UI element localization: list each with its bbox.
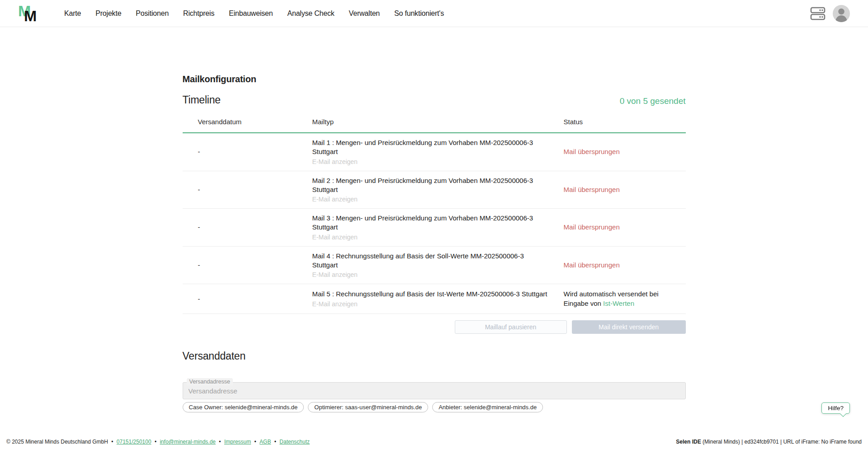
status-text: Mail übersprungen — [564, 261, 620, 269]
footer-link-datenschutz[interactable]: Datenschutz — [279, 439, 310, 445]
cell-mailtyp: Mail 3 : Mengen- und Preisrückmeldung zu… — [305, 209, 557, 247]
recipient-chip: Case Owner: selenide@mineral-minds.de — [183, 402, 304, 412]
app-logo[interactable]: M M — [18, 2, 43, 25]
logo-letter-black: M — [24, 8, 36, 23]
timeline-row: -Mail 5 : Rechnungsstellung auf Basis de… — [183, 284, 686, 314]
email-anzeigen-link[interactable]: E-Mail anzeigen — [312, 300, 358, 308]
footer-left: © 2025 Mineral Minds Deutschland GmbH • … — [6, 439, 310, 445]
timeline-heading: Timeline — [183, 94, 221, 106]
versandadresse-field: Versandadresse — [183, 382, 686, 399]
column-header-versanddatum: Versanddatum — [183, 112, 305, 133]
help-button[interactable]: Hilfe? — [821, 402, 850, 414]
cell-versanddatum: - — [183, 246, 305, 284]
nav-item-analyse-check[interactable]: Analyse Check — [287, 9, 334, 18]
footer-separator: • — [217, 439, 222, 445]
timeline-row: -Mail 3 : Mengen- und Preisrückmeldung z… — [183, 209, 686, 247]
app-header: M M KarteProjektePositionenRichtpreisEin… — [0, 0, 868, 27]
column-header-mailtyp: Mailtyp — [305, 112, 557, 133]
footer-link-impressum[interactable]: Impressum — [224, 439, 251, 445]
email-anzeigen-link[interactable]: E-Mail anzeigen — [312, 234, 358, 241]
versandadresse-input[interactable] — [183, 382, 686, 399]
footer-separator: • — [253, 439, 258, 445]
ist-werten-link[interactable]: Ist-Werten — [603, 299, 634, 307]
timeline-row: -Mail 4 : Rechnungsstellung auf Basis de… — [183, 246, 686, 284]
mailtyp-text: Mail 5 : Rechnungsstellung auf Basis der… — [312, 290, 549, 299]
app-footer: © 2025 Mineral Minds Deutschland GmbH • … — [0, 435, 868, 449]
cell-status: Wird automatisch versendet bei Eingabe v… — [557, 284, 686, 314]
email-anzeigen-link[interactable]: E-Mail anzeigen — [312, 271, 358, 278]
mailtyp-text: Mail 3 : Mengen- und Preisrückmeldung zu… — [312, 214, 549, 232]
recipient-chips: Case Owner: selenide@mineral-minds.deOpt… — [183, 402, 686, 412]
nav-item-einbauweisen[interactable]: Einbauweisen — [229, 9, 273, 18]
status-text: Mail übersprungen — [564, 186, 620, 193]
footer-ide-name: Selen IDE — [676, 439, 701, 445]
user-avatar[interactable] — [833, 5, 850, 22]
footer-separator: • — [153, 439, 158, 445]
cell-status: Mail übersprungen — [557, 246, 686, 284]
footer-link-07151-250100[interactable]: 07151/250100 — [117, 439, 151, 445]
cell-versanddatum: - — [183, 133, 305, 171]
cell-versanddatum: - — [183, 209, 305, 247]
cell-mailtyp: Mail 4 : Rechnungsstellung auf Basis der… — [305, 246, 557, 284]
header-actions — [810, 5, 850, 22]
send-mail-direct-button[interactable]: Mail direkt versenden — [572, 320, 686, 334]
cell-status: Mail übersprungen — [557, 209, 686, 247]
timeline-row: -Mail 1 : Mengen- und Preisrückmeldung z… — [183, 133, 686, 171]
mailtyp-text: Mail 4 : Rechnungsstellung auf Basis der… — [312, 252, 549, 270]
mailtyp-text: Mail 1 : Mengen- und Preisrückmeldung zu… — [312, 138, 549, 157]
column-header-status: Status — [557, 112, 686, 133]
cell-mailtyp: Mail 1 : Mengen- und Preisrückmeldung zu… — [305, 133, 557, 171]
main-content: Mailkonfiguration Timeline 0 von 5 gesen… — [183, 27, 686, 449]
email-anzeigen-link[interactable]: E-Mail anzeigen — [312, 158, 358, 165]
nav-item-projekte[interactable]: Projekte — [95, 9, 121, 18]
pause-mail-button[interactable]: Maillauf pausieren — [455, 320, 567, 334]
versandadresse-label: Versandadresse — [187, 378, 233, 385]
footer-separator: • — [273, 439, 278, 445]
footer-separator: • — [110, 439, 115, 445]
nav-item-karte[interactable]: Karte — [64, 9, 81, 18]
versanddaten-heading: Versanddaten — [183, 350, 686, 362]
status-text: Mail übersprungen — [564, 223, 620, 231]
nav-item-verwalten[interactable]: Verwalten — [349, 9, 380, 18]
nav-item-so-funktioniert-s[interactable]: So funktioniert's — [394, 9, 444, 18]
server-icon[interactable] — [810, 6, 826, 21]
status-text: Wird automatisch versendet bei Eingabe v… — [564, 289, 679, 308]
cell-versanddatum: - — [183, 171, 305, 209]
recipient-chip: Anbieter: selenide@mineral-minds.de — [432, 402, 543, 412]
nav-item-richtpreis[interactable]: Richtpreis — [183, 9, 214, 18]
nav-item-positionen[interactable]: Positionen — [136, 9, 169, 18]
cell-status: Mail übersprungen — [557, 171, 686, 209]
footer-link-agb[interactable]: AGB — [259, 439, 271, 445]
cell-versanddatum: - — [183, 284, 305, 314]
footer-link-info-mineral-minds-de[interactable]: info@mineral-minds.de — [160, 439, 216, 445]
sent-count-badge: 0 von 5 gesendet — [620, 96, 686, 106]
email-anzeigen-link[interactable]: E-Mail anzeigen — [312, 196, 358, 203]
cell-mailtyp: Mail 2 : Mengen- und Preisrückmeldung zu… — [305, 171, 557, 209]
cell-status: Mail übersprungen — [557, 133, 686, 171]
timeline-row: -Mail 2 : Mengen- und Preisrückmeldung z… — [183, 171, 686, 209]
footer-copyright: © 2025 Mineral Minds Deutschland GmbH — [6, 439, 108, 445]
main-nav: KarteProjektePositionenRichtpreisEinbauw… — [64, 9, 444, 18]
footer-debug-info: Selen IDE (Mineral Minds) | ed324fcb9701… — [676, 439, 862, 445]
timeline-table: VersanddatumMailtypStatus -Mail 1 : Meng… — [183, 112, 686, 314]
recipient-chip: Optimierer: saas-user@mineral-minds.de — [308, 402, 428, 412]
status-text: Mail übersprungen — [564, 148, 620, 155]
cell-mailtyp: Mail 5 : Rechnungsstellung auf Basis der… — [305, 284, 557, 314]
page-title: Mailkonfiguration — [183, 74, 686, 84]
mailtyp-text: Mail 2 : Mengen- und Preisrückmeldung zu… — [312, 176, 549, 195]
